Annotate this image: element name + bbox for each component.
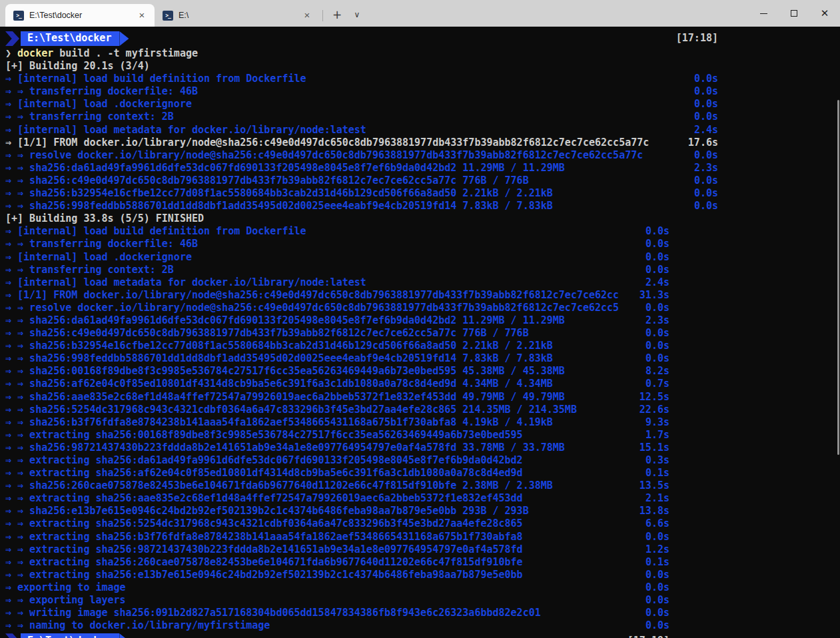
log-duration: 31.3s (639, 289, 669, 302)
tab-title: E:\ (179, 11, 296, 20)
log-duration: 0.7s (645, 378, 669, 390)
log-duration: 0.1s (645, 467, 669, 479)
log-duration: 0.0s (645, 302, 669, 314)
log-duration: 0.0s (645, 619, 669, 632)
log-text: ⇒ ⇒ sha256:b32954e16cfbe12cc77d08f1ac558… (5, 340, 553, 352)
log-duration: 2.4s (694, 124, 718, 137)
tab-dropdown-button[interactable]: ∨ (347, 6, 367, 23)
tab-bar: >_ E:\Test\docker × >_ E:\ × + ∨ ✕ (0, 0, 840, 27)
log-text: ⇒ ⇒ sha256:da61ad49fa9961d6dfe53dc067fd6… (5, 314, 565, 327)
build-log-line: ⇒ ⇒ sha256:b3f76fdfa8e8784238b141aaa54fa… (5, 416, 669, 429)
log-text: ⇒ [internal] load .dockerignore (5, 251, 192, 264)
log-duration: 2.4s (645, 276, 669, 289)
build-log-line: ⇒ ⇒ extracting sha256:da61ad49fa9961d6df… (5, 454, 669, 467)
prompt-line-bottom: E:\Test\docker [17:19] (5, 633, 669, 638)
build-log-line: ⇒ ⇒ extracting sha256:af62e04c0f85ed1080… (5, 467, 669, 479)
log-text: ⇒ ⇒ sha256:5254dc317968c943c4321cdbf0364… (5, 404, 577, 416)
powerline-arrow-tip (119, 633, 129, 638)
maximize-button[interactable] (779, 0, 809, 27)
build-log-line: ⇒ ⇒ transferring dockerfile: 46B0.0s (5, 85, 718, 98)
log-duration: 0.0s (645, 251, 669, 264)
log-text: ⇒ ⇒ extracting sha256:98721437430b223fdd… (5, 543, 523, 556)
command-line: ❯ docker build . -t myfirstimage (5, 47, 840, 60)
log-duration: 2.1s (645, 492, 669, 505)
build-log-line: ⇒ ⇒ sha256:c49e0d497dc650c8db7963881977d… (5, 174, 718, 187)
minimize-icon (760, 13, 767, 14)
log-duration: 0.0s (694, 73, 718, 85)
build-log-line: ⇒ ⇒ sha256:98721437430b223fddda8b2e14165… (5, 442, 669, 454)
log-text: ⇒ [1/1] FROM docker.io/library/node@sha2… (5, 137, 649, 149)
log-text: ⇒ ⇒ sha256:af62e04c0f85ed10801df4314d8cb… (5, 378, 553, 390)
close-tab-icon[interactable]: × (301, 9, 313, 21)
log-duration: 0.0s (694, 174, 718, 187)
log-text: ⇒ ⇒ resolve docker.io/library/node@sha25… (5, 302, 619, 314)
tab-docker[interactable]: >_ E:\Test\docker × (5, 4, 155, 27)
log-duration: 6.6s (645, 517, 669, 530)
log-duration: 2.3s (645, 314, 669, 327)
log-text: ⇒ ⇒ sha256:c49e0d497dc650c8db7963881977d… (5, 327, 529, 340)
log-duration: 17.6s (688, 137, 718, 149)
log-text: ⇒ [internal] load build definition from … (5, 225, 306, 238)
log-duration: 0.3s (645, 454, 669, 467)
log-text: ⇒ exporting to image (5, 581, 126, 594)
log-text: ⇒ ⇒ transferring context: 2B (5, 111, 174, 123)
build-header-2: [+] Building 33.8s (5/5) FINISHED (5, 212, 840, 225)
tab-e-drive[interactable]: >_ E:\ × (155, 4, 320, 27)
log-text: ⇒ ⇒ transferring context: 2B (5, 264, 174, 276)
log-duration: 0.0s (694, 98, 718, 111)
new-tab-button[interactable]: + (327, 6, 347, 23)
log-duration: 0.0s (645, 264, 669, 276)
build-log-line: ⇒ ⇒ sha256:aae835e2c68ef1d48a4ffef72547a… (5, 391, 669, 404)
log-duration: 13.8s (639, 505, 669, 517)
log-duration: 0.0s (645, 569, 669, 581)
terminal-window: >_ E:\Test\docker × >_ E:\ × + ∨ ✕ E:\Te… (0, 0, 840, 638)
build-log-line: ⇒ ⇒ sha256:00168f89dbe8f3c9985e536784c27… (5, 365, 669, 378)
log-duration: 0.0s (645, 531, 669, 543)
build-log-section-1: ⇒ [internal] load build definition from … (5, 73, 718, 212)
scrollbar-thumb[interactable] (837, 100, 839, 455)
build-log-line: ⇒ ⇒ sha256:260cae075878e82453be6e104671f… (5, 479, 669, 492)
build-log-line: ⇒ ⇒ sha256:b32954e16cfbe12cc77d08f1ac558… (5, 340, 669, 352)
log-text: ⇒ ⇒ sha256:da61ad49fa9961d6dfe53dc067fd6… (5, 162, 565, 174)
log-text: ⇒ ⇒ extracting sha256:af62e04c0f85ed1080… (5, 467, 523, 479)
powershell-icon: >_ (163, 11, 173, 21)
log-text: ⇒ ⇒ extracting sha256:260cae075878e82453… (5, 556, 523, 569)
powerline-arrow-tip (119, 31, 129, 46)
prompt-line-top: E:\Test\docker [17:18] (5, 31, 718, 47)
log-text: ⇒ ⇒ resolve docker.io/library/node@sha25… (5, 149, 643, 162)
build-log-line: ⇒ [internal] load build definition from … (5, 225, 669, 238)
build-log-line: ⇒ [internal] load metadata for docker.io… (5, 124, 718, 137)
log-duration: 0.0s (645, 238, 669, 250)
maximize-icon (791, 10, 797, 17)
build-log-line: ⇒ ⇒ extracting sha256:00168f89dbe8f3c998… (5, 429, 669, 442)
log-text: ⇒ [internal] load metadata for docker.io… (5, 124, 366, 137)
build-log-line: ⇒ ⇒ sha256:da61ad49fa9961d6dfe53dc067fd6… (5, 314, 669, 327)
log-text: ⇒ ⇒ sha256:260cae075878e82453be6e104671f… (5, 479, 553, 492)
build-log-line: ⇒ ⇒ sha256:5254dc317968c943c4321cdbf0364… (5, 404, 669, 416)
build-log-line: ⇒ ⇒ naming to docker.io/library/myfirsti… (5, 619, 669, 632)
build-log-line: ⇒ ⇒ sha256:998feddbb5886701dd1dd8dbf1add… (5, 352, 669, 365)
command-args: build . -t myfirstimage (59, 47, 198, 60)
log-text: ⇒ ⇒ sha256:98721437430b223fddda8b2e14165… (5, 442, 565, 454)
log-text: ⇒ ⇒ transferring dockerfile: 46B (5, 85, 198, 98)
build-log-line: ⇒ exporting to image0.0s (5, 581, 669, 594)
log-duration: 22.6s (639, 404, 669, 416)
log-text: ⇒ ⇒ extracting sha256:5254dc317968c943c4… (5, 517, 523, 530)
close-tab-icon[interactable]: × (136, 9, 148, 21)
log-duration: 0.0s (645, 594, 669, 607)
log-duration: 0.0s (645, 352, 669, 365)
terminal-viewport[interactable]: E:\Test\docker [17:18] ❯ docker build . … (0, 27, 840, 638)
log-duration: 0.0s (694, 111, 718, 123)
log-duration: 0.0s (645, 340, 669, 352)
log-duration: 0.0s (694, 200, 718, 212)
close-button[interactable]: ✕ (809, 0, 840, 27)
log-text: ⇒ ⇒ writing image sha256:091b2d827a51716… (5, 607, 541, 619)
log-text: ⇒ ⇒ extracting sha256:e13b7e615e0946c24b… (5, 569, 523, 581)
minimize-button[interactable] (748, 0, 779, 27)
log-duration: 0.0s (694, 187, 718, 200)
prompt-path-badge: E:\Test\docker (21, 633, 119, 638)
build-log-line: ⇒ [1/1] FROM docker.io/library/node@sha2… (5, 137, 718, 149)
build-log-line: ⇒ ⇒ transferring dockerfile: 46B0.0s (5, 238, 669, 250)
log-text: ⇒ ⇒ sha256:998feddbb5886701dd1dd8dbf1add… (5, 200, 553, 212)
build-log-line: ⇒ [internal] load build definition from … (5, 73, 718, 85)
